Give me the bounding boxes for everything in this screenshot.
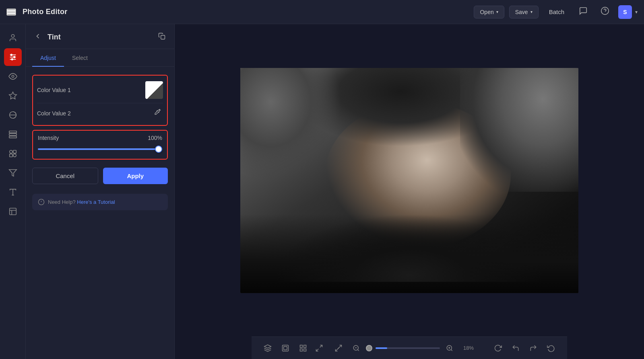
intensity-slider[interactable]: [38, 145, 162, 153]
panel-content: Color Value 1 Color Value 2 Intensity: [26, 67, 174, 359]
svg-rect-22: [9, 208, 16, 215]
sidebar-item-effects[interactable]: [4, 87, 22, 105]
zoom-value: 18%: [459, 345, 474, 351]
info-icon: [38, 199, 45, 205]
panel-tabs: Adjust Select: [26, 49, 174, 67]
svg-marker-27: [264, 345, 271, 348]
svg-point-15: [9, 150, 12, 153]
svg-rect-12: [9, 131, 16, 133]
zoom-out-button[interactable]: [350, 342, 363, 355]
color-value-1-row: Color Value 1: [37, 79, 163, 103]
tab-select[interactable]: Select: [64, 49, 96, 67]
main-area: Tint Adjust Select Color Value 1: [0, 24, 644, 359]
svg-rect-17: [13, 150, 16, 153]
svg-point-2: [11, 35, 14, 37]
copy-button[interactable]: [156, 32, 168, 43]
svg-point-6: [10, 54, 12, 56]
menu-icon-button[interactable]: [6, 8, 16, 16]
crop-fit-button[interactable]: [330, 340, 347, 356]
panel-title: Tint: [47, 33, 152, 41]
bottom-toolbar: 18%: [252, 336, 567, 359]
avatar[interactable]: S: [618, 5, 632, 19]
svg-rect-13: [9, 133, 16, 135]
apply-button[interactable]: Apply: [103, 168, 168, 184]
bottom-right-tools: [490, 340, 559, 356]
tab-adjust[interactable]: Adjust: [32, 49, 64, 67]
zoom-in-button[interactable]: [443, 342, 456, 355]
fit-to-screen-button[interactable]: [311, 340, 327, 356]
frame-tool-button[interactable]: [277, 340, 293, 356]
svg-line-42: [451, 349, 452, 351]
svg-point-7: [13, 56, 15, 58]
grid-tool-button[interactable]: [295, 340, 311, 356]
adjustment-panel: Tint Adjust Select Color Value 1: [26, 24, 175, 359]
help-section: Need Help? Here's a Tutorial: [32, 194, 168, 210]
zoom-indicator: [366, 345, 372, 351]
svg-point-9: [12, 75, 14, 78]
sidebar-item-color[interactable]: [4, 106, 22, 124]
intensity-label: Intensity: [38, 135, 59, 141]
chat-icon-button[interactable]: [575, 4, 592, 20]
svg-rect-31: [304, 345, 306, 347]
app-title: Photo Editor: [23, 8, 68, 16]
svg-rect-18: [9, 154, 12, 157]
open-chevron-icon: ▾: [496, 10, 498, 14]
sidebar-item-preview[interactable]: [4, 68, 22, 85]
svg-rect-30: [300, 345, 303, 347]
cancel-button[interactable]: Cancel: [32, 168, 98, 184]
bottom-left-tools: [260, 340, 311, 356]
color-values-box: Color Value 1 Color Value 2: [32, 75, 168, 126]
sidebar-item-filter[interactable]: [4, 164, 22, 182]
help-text: Need Help? Here's a Tutorial: [48, 199, 115, 205]
svg-point-16: [13, 154, 16, 157]
sidebar-item-person[interactable]: [4, 29, 22, 47]
undo-button[interactable]: [508, 340, 524, 356]
svg-rect-14: [9, 136, 16, 138]
svg-line-34: [320, 345, 322, 347]
color-swatch-1[interactable]: [145, 81, 163, 99]
svg-line-39: [357, 349, 359, 351]
color-value-2-row: Color Value 2: [37, 105, 163, 122]
zoom-controls: 18%: [311, 340, 474, 356]
sidebar-item-elements[interactable]: [4, 145, 22, 162]
intensity-section: Intensity 100%: [32, 130, 168, 160]
zoom-track[interactable]: [376, 347, 440, 349]
rotate-button[interactable]: [490, 340, 506, 356]
photo-canvas: [240, 68, 578, 293]
sidebar-item-adjust[interactable]: [4, 48, 22, 66]
save-chevron-icon: ▾: [530, 10, 533, 14]
history-button[interactable]: [543, 340, 559, 356]
svg-rect-23: [161, 35, 165, 39]
sidebar-item-text[interactable]: [4, 183, 22, 201]
svg-rect-28: [283, 345, 289, 351]
intensity-value: 100%: [148, 135, 162, 141]
svg-point-0: [601, 7, 609, 14]
svg-rect-29: [284, 346, 287, 349]
sidebar-item-layers[interactable]: [4, 125, 22, 143]
slider-thumb[interactable]: [155, 146, 162, 153]
back-button[interactable]: [32, 31, 43, 43]
slider-track: [38, 148, 162, 150]
color-value-2-label: Color Value 2: [37, 110, 153, 117]
svg-marker-19: [9, 170, 16, 176]
save-button[interactable]: Save ▾: [509, 6, 539, 18]
svg-line-35: [316, 349, 319, 351]
open-button[interactable]: Open ▾: [474, 6, 504, 18]
batch-button[interactable]: Batch: [543, 6, 570, 18]
eyedropper-button[interactable]: [153, 107, 163, 119]
help-icon-button[interactable]: [597, 4, 613, 20]
svg-rect-32: [300, 349, 303, 351]
help-link[interactable]: Here's a Tutorial: [77, 199, 115, 205]
photo-image: [240, 68, 578, 293]
color-value-1-label: Color Value 1: [37, 87, 145, 93]
avatar-chevron-icon[interactable]: ▾: [635, 9, 638, 15]
panel-actions: Cancel Apply: [32, 168, 168, 184]
canvas-wrapper: [175, 24, 644, 336]
svg-point-8: [11, 59, 13, 60]
svg-marker-10: [9, 92, 16, 99]
layers-tool-button[interactable]: [260, 340, 276, 356]
svg-line-37: [336, 347, 339, 351]
canvas-area: 18%: [175, 24, 644, 359]
sidebar-item-watermark[interactable]: [4, 203, 22, 220]
redo-button[interactable]: [525, 340, 541, 356]
